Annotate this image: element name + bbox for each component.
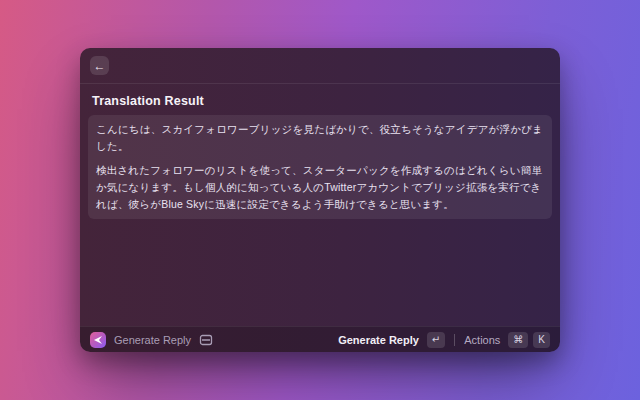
footer-actions-group: Generate Reply ↵ Actions ⌘ K — [338, 332, 550, 348]
translation-text-box: こんにちは、スカイフォロワーブリッジを見たばかりで、役立ちそうなアイデアが浮かび… — [88, 115, 552, 219]
generate-reply-button[interactable]: Generate Reply — [338, 334, 419, 346]
actions-button[interactable]: Actions — [464, 334, 500, 346]
command-key-badge[interactable]: ⌘ — [508, 332, 528, 348]
footer-divider — [454, 334, 455, 346]
translation-paragraph: 検出されたフォロワーのリストを使って、スターターパックを作成するのはどれくらい簡… — [96, 162, 544, 213]
translation-paragraph: こんにちは、スカイフォロワーブリッジを見たばかりで、役立ちそうなアイデアが浮かび… — [96, 121, 544, 155]
return-key-badge[interactable]: ↵ — [427, 332, 445, 348]
footer-bar: Generate Reply Generate Reply ↵ Actions … — [80, 326, 560, 352]
keyboard-icon — [199, 334, 213, 346]
k-key-badge[interactable]: K — [533, 332, 550, 348]
footer-mode-label: Generate Reply — [114, 334, 191, 346]
translation-result-window: ← Translation Result こんにちは、スカイフォロワーブリッジを… — [80, 48, 560, 352]
sparkle-glyph — [93, 335, 103, 345]
page-title: Translation Result — [80, 84, 560, 108]
back-arrow-icon: ← — [94, 60, 106, 72]
window-header: ← — [80, 48, 560, 84]
app-logo-icon — [90, 332, 106, 348]
back-button[interactable]: ← — [90, 56, 109, 75]
